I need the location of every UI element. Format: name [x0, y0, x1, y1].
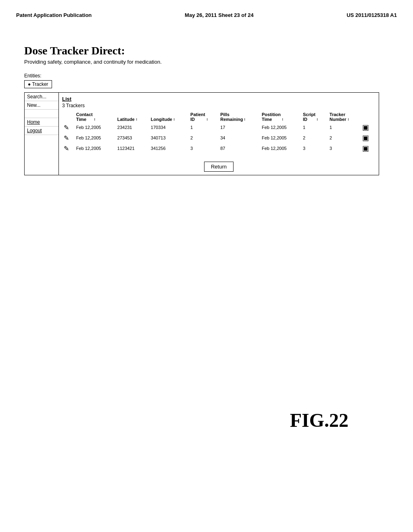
row-longitude-1: 340713	[149, 133, 189, 143]
sort-icon-lat: ⫶	[136, 118, 137, 121]
page-header: Patent Application Publication May 26, 2…	[0, 0, 413, 18]
entity-icon: ●	[28, 81, 31, 87]
entities-label: Entities:	[24, 73, 379, 79]
row-longitude-2: 341256	[149, 143, 189, 154]
sort-icon-pos: ⫶	[282, 118, 283, 121]
row-patient-id-1: 2	[189, 133, 219, 143]
sort-icon-tn: ⫶	[347, 118, 349, 121]
row-position-time-2: Feb 12,2005	[260, 143, 301, 154]
th-latitude[interactable]: Latitude ⫶	[116, 112, 149, 122]
tracker-table: ContactTime ⫶ Latitude ⫶	[62, 112, 375, 154]
sort-icon-sid: ⫶	[316, 118, 318, 121]
row-latitude-0: 234231	[116, 122, 149, 133]
entity-selector[interactable]: ● Tracker	[24, 80, 52, 88]
list-header: List	[62, 96, 375, 102]
app-frame: Search... New... Home Logout List 3 Trac…	[24, 92, 379, 175]
header-center: May 26, 2011 Sheet 23 of 24	[185, 12, 254, 18]
main-panel: List 3 Trackers ContactTime ⫶	[58, 92, 379, 175]
th-pills-remaining[interactable]: PillsRemaining ⫶	[219, 112, 260, 122]
return-btn-container: Return	[62, 162, 375, 172]
row-script-id-1: 2	[301, 133, 328, 143]
row-tracker-number-2: 3	[328, 143, 361, 154]
sort-icon-pid: ⫶	[206, 118, 208, 121]
table-row: ✎ Feb 12,2005 1123421 341256 3 87 Feb 12…	[62, 143, 375, 154]
row-patient-id-2: 3	[189, 143, 219, 154]
app-subtitle: Providing safety, compliance, and contin…	[24, 59, 379, 65]
row-contact-time-1: Feb 12,2005	[75, 133, 116, 143]
row-tracker-number-0: 1	[328, 122, 361, 133]
sidebar-item-logout[interactable]: Logout	[25, 127, 58, 135]
th-script-id[interactable]: ScriptID ⫶	[301, 112, 328, 122]
header-right: US 2011/0125318 A1	[346, 12, 397, 18]
sort-icon-contact: ⫶	[94, 118, 95, 121]
row-longitude-0: 170334	[149, 122, 189, 133]
nav-section: Entities: ● Tracker	[24, 73, 379, 88]
sidebar: Search... New... Home Logout	[24, 92, 58, 175]
row-latitude-1: 273453	[116, 133, 149, 143]
sort-icon-pills: ⫶	[244, 118, 245, 121]
fig-label: FIG.22	[290, 409, 348, 431]
return-button[interactable]: Return	[204, 162, 234, 172]
row-tracker-icon-0: ▣	[361, 122, 375, 133]
sidebar-item-home[interactable]: Home	[25, 118, 58, 127]
th-icon-col	[62, 112, 75, 122]
row-tracker-icon-1: ▣	[361, 133, 375, 143]
main-content: Dose Tracker Direct: Providing safety, c…	[24, 44, 379, 175]
tracker-count: 3 Trackers	[62, 103, 375, 108]
row-patient-id-0: 1	[189, 122, 219, 133]
row-script-id-2: 3	[301, 143, 328, 154]
th-tracker-icon-col	[361, 112, 375, 122]
table-row: ✎ Feb 12,2005 234231 170334 1 17 Feb 12,…	[62, 122, 375, 133]
entities-row: ● Tracker	[24, 80, 379, 88]
row-pills-remaining-2: 87	[219, 143, 260, 154]
row-position-time-1: Feb 12,2005	[260, 133, 301, 143]
row-script-id-0: 1	[301, 122, 328, 133]
sort-icon-lon: ⫶	[173, 118, 175, 121]
th-patient-id[interactable]: PatientID ⫶	[189, 112, 219, 122]
row-icon-0: ✎	[62, 122, 75, 133]
row-pills-remaining-0: 17	[219, 122, 260, 133]
sidebar-item-divider	[25, 110, 58, 118]
th-position-time[interactable]: PostitionTime ⫶	[260, 112, 301, 122]
th-tracker-number[interactable]: TrackerNumber ⫶	[328, 112, 361, 122]
sidebar-item-search[interactable]: Search...	[25, 93, 58, 101]
header-left: Patent Application Publication	[16, 12, 92, 18]
row-icon-2: ✎	[62, 143, 75, 154]
app-title: Dose Tracker Direct:	[24, 44, 379, 57]
row-tracker-number-1: 2	[328, 133, 361, 143]
table-row: ✎ Feb 12,2005 273453 340713 2 34 Feb 12,…	[62, 133, 375, 143]
row-contact-time-0: Feb 12,2005	[75, 122, 116, 133]
row-latitude-2: 1123421	[116, 143, 149, 154]
row-position-time-0: Feb 12,2005	[260, 122, 301, 133]
th-contact-time[interactable]: ContactTime ⫶	[75, 112, 116, 122]
th-longitude[interactable]: Longitude ⫶	[149, 112, 189, 122]
row-pills-remaining-1: 34	[219, 133, 260, 143]
row-icon-1: ✎	[62, 133, 75, 143]
row-tracker-icon-2: ▣	[361, 143, 375, 154]
sidebar-item-new[interactable]: New...	[25, 101, 58, 110]
entity-name: Tracker	[32, 81, 48, 87]
row-contact-time-2: Feb 12,2005	[75, 143, 116, 154]
